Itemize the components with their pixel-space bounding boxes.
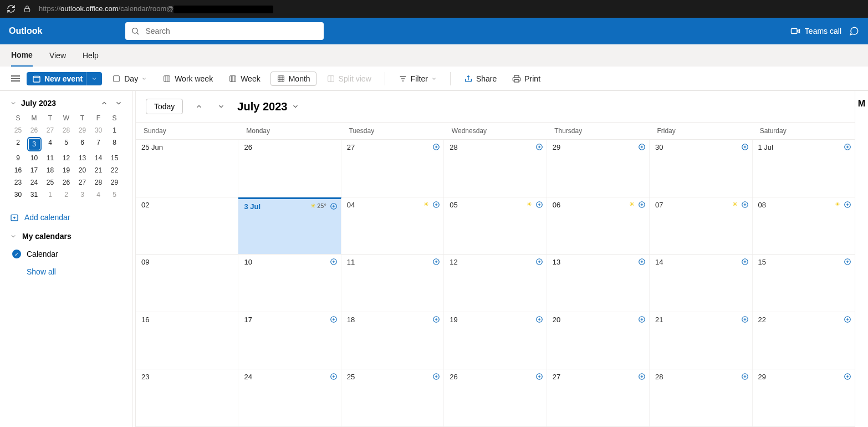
mini-day-cell[interactable]: 17	[26, 164, 42, 176]
mini-day-cell[interactable]: 16	[10, 164, 26, 176]
mini-calendar-title[interactable]: July 2023	[10, 99, 56, 108]
day-cell[interactable]: 27	[547, 369, 650, 426]
right-side-panel[interactable]: M	[855, 91, 868, 427]
add-event-button[interactable]	[844, 316, 851, 323]
day-cell[interactable]: 30	[650, 140, 752, 197]
mini-day-cell[interactable]: 1	[42, 189, 58, 201]
day-cell[interactable]: 04☀	[341, 197, 444, 255]
weather-indicator[interactable]: ☀	[423, 201, 429, 208]
mini-day-cell[interactable]: 4	[42, 136, 58, 152]
add-event-button[interactable]	[844, 373, 851, 380]
mini-day-cell[interactable]: 25	[10, 124, 26, 136]
mini-day-cell[interactable]: 18	[42, 164, 58, 176]
weather-indicator[interactable]: ☀	[835, 201, 840, 208]
day-cell[interactable]: 15	[753, 255, 855, 312]
filter-button[interactable]: Filter	[393, 72, 442, 85]
day-cell[interactable]: 28	[650, 369, 752, 426]
weather-indicator[interactable]: ☀	[527, 201, 532, 208]
add-event-button[interactable]	[432, 373, 440, 380]
teams-call-button[interactable]: Teams call	[790, 26, 841, 36]
mini-day-cell[interactable]: 12	[58, 152, 74, 164]
mini-day-cell[interactable]: 1	[106, 124, 122, 136]
mini-day-cell[interactable]: 5	[106, 189, 122, 201]
weather-indicator[interactable]: ☀	[732, 201, 738, 208]
share-button[interactable]: Share	[458, 72, 502, 85]
day-cell[interactable]: 26	[444, 369, 547, 426]
mini-day-cell[interactable]: 3	[26, 136, 42, 152]
mini-day-cell[interactable]: 30	[10, 189, 26, 201]
mini-day-cell[interactable]: 29	[74, 124, 90, 136]
mini-day-cell[interactable]: 5	[58, 136, 74, 152]
day-cell[interactable]: 20	[547, 312, 650, 369]
prev-period-button[interactable]	[193, 100, 205, 113]
mini-day-cell[interactable]: 26	[58, 176, 74, 189]
mini-day-cell[interactable]: 9	[10, 152, 26, 164]
day-cell[interactable]: 13	[547, 255, 650, 312]
next-month-icon[interactable]	[115, 99, 122, 107]
mini-day-cell[interactable]: 3	[74, 189, 90, 201]
day-cell[interactable]: 3 Jul☀25°	[238, 197, 341, 255]
day-cell[interactable]: 08☀	[753, 197, 855, 255]
add-event-button[interactable]	[432, 201, 440, 209]
day-cell[interactable]: 17	[238, 312, 341, 369]
add-calendar-link[interactable]: Add calendar	[10, 209, 122, 226]
tab-view[interactable]: View	[49, 44, 66, 67]
add-event-button[interactable]	[535, 201, 543, 209]
chat-icon[interactable]	[849, 26, 859, 36]
day-cell[interactable]: 05☀	[444, 197, 547, 255]
mini-day-cell[interactable]: 23	[10, 176, 26, 189]
new-event-button[interactable]: New event	[27, 72, 88, 85]
tab-home[interactable]: Home	[11, 44, 33, 67]
hamburger-menu[interactable]	[9, 73, 22, 84]
day-cell[interactable]: 12	[444, 255, 547, 312]
day-cell[interactable]: 23	[136, 369, 238, 426]
day-cell[interactable]: 29	[753, 369, 855, 426]
mini-day-cell[interactable]: 2	[10, 136, 26, 152]
mini-day-cell[interactable]: 31	[26, 189, 42, 201]
view-day-button[interactable]: Day	[106, 72, 152, 85]
weather-indicator[interactable]: ☀	[629, 201, 635, 208]
refresh-icon[interactable]	[7, 4, 16, 13]
show-all-link[interactable]: Show all	[10, 262, 122, 276]
month-title[interactable]: July 2023	[237, 100, 299, 113]
add-event-button[interactable]	[535, 143, 543, 151]
add-event-button[interactable]	[741, 316, 749, 323]
add-event-button[interactable]	[638, 258, 646, 266]
new-event-dropdown[interactable]	[86, 72, 102, 85]
day-cell[interactable]: 29	[547, 140, 650, 197]
mini-day-cell[interactable]: 27	[42, 124, 58, 136]
add-event-button[interactable]	[330, 202, 338, 210]
day-cell[interactable]: 24	[238, 369, 341, 426]
day-cell[interactable]: 18	[341, 312, 444, 369]
add-event-button[interactable]	[844, 143, 851, 151]
url-text[interactable]: https://outlook.office.com/calendar/room…	[39, 4, 273, 13]
add-event-button[interactable]	[638, 316, 646, 323]
add-event-button[interactable]	[741, 373, 749, 380]
mini-day-cell[interactable]: 22	[106, 164, 122, 176]
day-cell[interactable]: 14	[650, 255, 752, 312]
add-event-button[interactable]	[330, 373, 338, 380]
print-button[interactable]: Print	[507, 72, 546, 85]
mini-day-cell[interactable]: 28	[58, 124, 74, 136]
day-cell[interactable]: 02	[136, 197, 238, 255]
day-cell[interactable]: 07☀	[650, 197, 752, 255]
view-week-button[interactable]: Week	[223, 72, 266, 85]
day-cell[interactable]: 21	[650, 312, 752, 369]
day-cell[interactable]: 09	[136, 255, 238, 312]
add-event-button[interactable]	[535, 316, 543, 323]
mini-day-cell[interactable]: 15	[106, 152, 122, 164]
add-event-button[interactable]	[330, 258, 338, 266]
calendar-item[interactable]: ✓ Calendar	[10, 246, 122, 262]
mini-day-cell[interactable]: 25	[42, 176, 58, 189]
view-workweek-button[interactable]: Work week	[157, 72, 218, 85]
day-cell[interactable]: 25 Jun	[136, 140, 238, 197]
add-event-button[interactable]	[535, 373, 543, 380]
search-box[interactable]	[125, 22, 324, 40]
day-cell[interactable]: 22	[753, 312, 855, 369]
add-event-button[interactable]	[741, 258, 749, 266]
mini-day-cell[interactable]: 4	[90, 189, 106, 201]
day-cell[interactable]: 25	[341, 369, 444, 426]
view-month-button[interactable]: Month	[270, 72, 316, 86]
add-event-button[interactable]	[638, 201, 646, 209]
mini-day-cell[interactable]: 30	[90, 124, 106, 136]
